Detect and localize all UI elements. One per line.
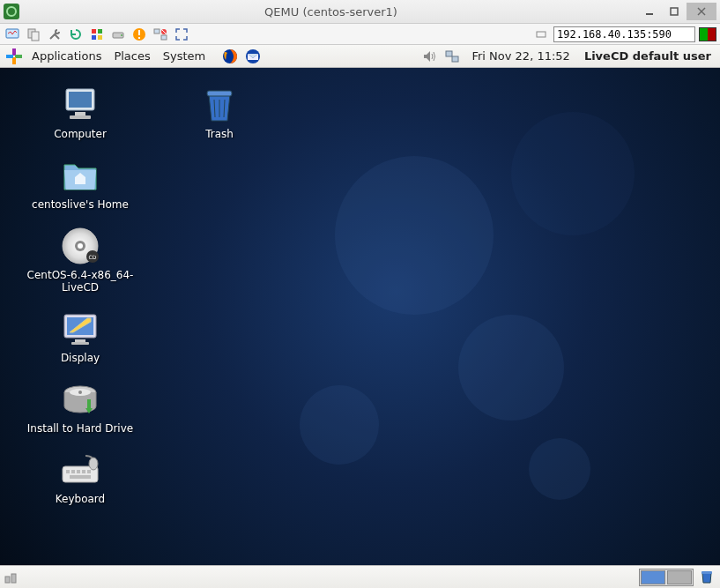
- workspace-1[interactable]: [641, 570, 665, 584]
- home-desktop-icon[interactable]: centoslive's Home: [14, 154, 146, 211]
- centos-logo-icon[interactable]: [5, 48, 23, 65]
- svg-rect-15: [138, 30, 140, 35]
- volume-icon[interactable]: [420, 48, 438, 65]
- workspace-switcher[interactable]: [639, 569, 694, 586]
- display-icon: [59, 308, 101, 350]
- clock[interactable]: Fri Nov 22, 11:52: [466, 49, 575, 63]
- svg-point-50: [78, 391, 82, 394]
- harddrive-icon: [59, 378, 101, 421]
- install-desktop-icon[interactable]: Install to Hard Drive: [14, 378, 146, 435]
- desktop-icon-label: centoslive's Home: [14, 198, 146, 211]
- window-controls: [637, 3, 716, 20]
- svg-rect-25: [6, 55, 13, 58]
- warning-icon[interactable]: [130, 26, 148, 43]
- connect-icon[interactable]: [532, 26, 550, 43]
- keyboard-icon: [59, 449, 101, 491]
- gnome-panel-bottom: [0, 565, 720, 588]
- svg-rect-32: [75, 112, 85, 115]
- svg-rect-51: [87, 399, 91, 408]
- maximize-button[interactable]: [662, 3, 687, 20]
- svg-rect-31: [69, 92, 92, 108]
- thunderbird-icon[interactable]: [244, 48, 262, 65]
- workspace-2[interactable]: [667, 570, 692, 584]
- svg-rect-55: [77, 470, 80, 473]
- user-menu[interactable]: LiveCD default user: [581, 49, 715, 63]
- desktop-icon-label: Install to Hard Drive: [14, 422, 146, 435]
- fullscreen-icon[interactable]: [173, 26, 190, 43]
- desktop-icon-label: Trash: [153, 128, 286, 140]
- svg-rect-62: [701, 571, 712, 574]
- svg-rect-21: [537, 32, 546, 37]
- svg-rect-60: [5, 577, 10, 583]
- svg-rect-53: [66, 470, 70, 473]
- firefox-icon[interactable]: [221, 48, 239, 65]
- display-desktop-icon[interactable]: Display: [14, 308, 146, 364]
- keyboard-desktop-icon[interactable]: Keyboard: [14, 449, 146, 505]
- computer-icon: [59, 84, 101, 126]
- tools-icon[interactable]: [46, 26, 63, 43]
- svg-point-13: [121, 34, 122, 36]
- gnome-panel-top: Applications Places System Fri Nov 22, 1…: [0, 45, 720, 68]
- svg-rect-58: [70, 475, 91, 479]
- desktop-icon-label: Keyboard: [14, 493, 146, 505]
- svg-text:CD: CD: [89, 254, 97, 260]
- svg-rect-57: [87, 470, 91, 473]
- livecd-desktop-icon[interactable]: CD CentOS-6.4-x86_64-LiveCD: [14, 225, 146, 294]
- system-menu[interactable]: System: [160, 49, 209, 63]
- svg-rect-54: [71, 470, 75, 473]
- qemu-toolbar: [0, 24, 720, 45]
- svg-rect-7: [32, 32, 39, 41]
- show-desktop-icon[interactable]: [4, 570, 19, 584]
- network-status-icon[interactable]: [443, 48, 461, 65]
- window-title: QEMU (centos-server1): [25, 5, 637, 19]
- computer-desktop-icon[interactable]: Computer: [14, 84, 146, 140]
- panel-trash-icon[interactable]: [699, 569, 716, 586]
- copy-icon[interactable]: [25, 26, 42, 43]
- svg-rect-10: [92, 35, 96, 40]
- svg-rect-16: [138, 37, 140, 39]
- svg-rect-47: [71, 342, 89, 345]
- svg-rect-9: [98, 29, 102, 33]
- svg-rect-18: [161, 35, 167, 40]
- host-titlebar: QEMU (centos-server1): [0, 0, 720, 24]
- network-icon[interactable]: [152, 26, 169, 43]
- svg-rect-29: [452, 56, 458, 62]
- svg-rect-8: [92, 29, 96, 33]
- trash-icon: [198, 84, 241, 126]
- drive-icon[interactable]: [109, 26, 127, 43]
- minimize-button[interactable]: [637, 3, 662, 20]
- folder-home-icon: [59, 154, 101, 197]
- svg-rect-23: [15, 55, 22, 58]
- svg-rect-22: [12, 48, 16, 56]
- svg-rect-11: [98, 35, 102, 40]
- ip-address-input[interactable]: [553, 26, 695, 42]
- cd-icon: CD: [59, 225, 101, 267]
- windows-key-icon[interactable]: [88, 26, 106, 43]
- desktop-icon-label: Computer: [14, 128, 146, 140]
- vm-display: Applications Places System Fri Nov 22, 1…: [0, 45, 720, 588]
- refresh-icon[interactable]: [67, 26, 85, 43]
- applications-menu[interactable]: Applications: [28, 49, 105, 63]
- svg-rect-61: [11, 574, 16, 583]
- svg-rect-46: [75, 339, 85, 342]
- desktop-icon-label: Display: [14, 352, 146, 364]
- status-indicator: [699, 27, 716, 41]
- svg-rect-34: [207, 91, 232, 96]
- monitor-icon[interactable]: [4, 26, 21, 43]
- svg-rect-24: [12, 57, 16, 64]
- svg-point-41: [78, 243, 83, 249]
- desktop-icon-label: CentOS-6.4-x86_64-LiveCD: [14, 269, 146, 294]
- qemu-app-icon: [4, 4, 19, 19]
- desktop[interactable]: Computer Trash centoslive's Home CD Cent…: [0, 68, 720, 565]
- places-menu[interactable]: Places: [110, 49, 153, 63]
- svg-point-0: [7, 7, 16, 16]
- svg-point-59: [89, 458, 98, 470]
- trash-desktop-icon[interactable]: Trash: [153, 84, 286, 140]
- svg-rect-2: [671, 8, 678, 15]
- svg-rect-56: [82, 470, 85, 473]
- svg-rect-28: [446, 51, 452, 56]
- svg-rect-33: [70, 115, 91, 119]
- svg-rect-17: [154, 29, 160, 33]
- close-button[interactable]: [687, 3, 716, 20]
